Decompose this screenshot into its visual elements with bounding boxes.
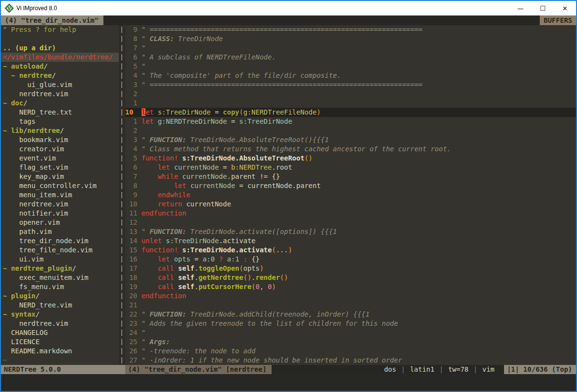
tree-item[interactable]: tree_dir_node.vim <box>1 236 119 246</box>
code-line[interactable]: 24" <box>125 328 576 337</box>
tree-item[interactable]: bookmark.vim <box>1 135 119 145</box>
line-number: 20 <box>125 291 137 301</box>
tree-item[interactable]: " Press ? for help <box>1 25 119 34</box>
tab-line: (4) "tree_dir_node.vim" BUFFERS <box>1 15 576 25</box>
statusline-filename: (4) "tree_dir_node.vim" [nerdtree] <box>125 365 272 374</box>
code-line[interactable]: 4" The 'composite' part of the file/dir … <box>125 71 576 80</box>
window-title: Vi IMproved 8.0 <box>16 5 509 12</box>
tree-item[interactable]: README.markdown <box>1 347 119 356</box>
code-line[interactable]: 1let g:NERDTreeDirNode = s:TreeDirNode <box>125 117 576 126</box>
tree-item[interactable] <box>1 34 119 44</box>
line-number: 12 <box>125 218 137 227</box>
code-line[interactable]: 25" Args: <box>125 337 576 347</box>
statusline-info: dos | latin1 | tw=78 | vim <box>384 365 505 374</box>
code-line[interactable]: 11endfunction <box>125 209 576 218</box>
title-bar: Vi IMproved 8.0 — ☐ ✕ <box>1 1 576 15</box>
line-number: 7 <box>125 172 137 181</box>
code-line[interactable]: 9 endwhile <box>125 190 576 200</box>
statusline-separator: | <box>469 365 482 374</box>
tree-item[interactable]: nerdtree.vim <box>1 200 119 209</box>
status-line: NERDTree 5.0.0 (4) "tree_dir_node.vim" [… <box>1 365 576 374</box>
statusline-separator: | <box>435 365 447 374</box>
line-number: 10 <box>125 200 137 209</box>
tree-item[interactable]: event.vim <box>1 154 119 163</box>
line-number: 19 <box>125 282 137 291</box>
code-line[interactable]: 3" =====================================… <box>125 80 576 89</box>
code-line[interactable]: 19 call self.putCursorHere(0, 0) <box>125 282 576 291</box>
tree-item[interactable]: ~ <box>1 356 119 365</box>
tree-item[interactable]: creator.vim <box>1 145 119 154</box>
tree-item[interactable]: ui.vim <box>1 255 119 264</box>
code-line[interactable]: 27" -inOrder: 1 if the new node should b… <box>125 356 576 365</box>
tree-item[interactable]: ~ nerdtree/ <box>1 71 119 80</box>
tree-item[interactable]: NERD_tree.vim <box>1 301 119 310</box>
minimize-button[interactable]: — <box>509 1 532 15</box>
tree-item[interactable]: ~ lib/nerdtree/ <box>1 126 119 135</box>
code-line[interactable]: 9" =====================================… <box>125 25 576 34</box>
line-number: 4 <box>125 145 137 154</box>
code-line[interactable]: 1 <box>125 99 576 108</box>
maximize-button[interactable]: ☐ <box>532 1 554 15</box>
code-line[interactable]: 8 let currentNode = currentNode.parent <box>125 181 576 190</box>
code-line[interactable]: 4" Class method that returns the highest… <box>125 145 576 154</box>
code-line[interactable]: 8" CLASS: TreeDirNode <box>125 34 576 44</box>
tree-item[interactable]: ~ autoload/ <box>1 62 119 71</box>
tree-item[interactable]: exec_menuitem.vim <box>1 273 119 282</box>
statusline-gap <box>495 365 504 374</box>
tree-item[interactable]: key_map.vim <box>1 172 119 181</box>
code-line-cursor[interactable]: 10let s:TreeDirNode = copy(g:NERDTreeFil… <box>125 108 576 117</box>
line-number: 27 <box>125 356 137 365</box>
code-line[interactable]: 6" A subclass of NERDTreeFileNode. <box>125 53 576 62</box>
line-number: 4 <box>125 71 137 80</box>
tree-item[interactable]: tags <box>1 117 119 126</box>
tree-item[interactable]: nerdtree.vim <box>1 89 119 99</box>
tree-item[interactable]: nerdtree.vim <box>1 319 119 328</box>
tree-item[interactable]: menu_controller.vim <box>1 181 119 190</box>
tree-item[interactable]: tree_file_node.vim <box>1 246 119 255</box>
code-line[interactable]: 21 <box>125 301 576 310</box>
tree-root-item[interactable]: </vimfiles/bundle/nerdtree/ <box>1 53 119 62</box>
tab-tree-dir-node[interactable]: (4) "tree_dir_node.vim" <box>1 15 103 25</box>
code-line[interactable]: 17 call self.toggleOpen(opts) <box>125 264 576 273</box>
code-line[interactable]: 20endfunction <box>125 291 576 301</box>
close-button[interactable]: ✕ <box>554 1 576 15</box>
tree-item[interactable]: ~ plugin/ <box>1 291 119 301</box>
code-line[interactable]: 26" -treenode: the node to add <box>125 347 576 356</box>
tree-item[interactable]: ui_glue.vim <box>1 80 119 89</box>
code-line[interactable]: 2 <box>125 89 576 99</box>
code-line[interactable]: 13" FUNCTION: TreeDirNode.activate([opti… <box>125 227 576 236</box>
tree-item[interactable]: ~ nerdtree_plugin/ <box>1 264 119 273</box>
code-line[interactable]: 10 return currentNode <box>125 200 576 209</box>
code-line[interactable]: 12 <box>125 218 576 227</box>
code-line[interactable]: 7" <box>125 44 576 53</box>
tree-item[interactable]: .. (up a dir) <box>1 44 119 53</box>
command-line[interactable] <box>1 374 576 391</box>
code-line[interactable]: 16 let opts = a:0 ? a:1 : {} <box>125 255 576 264</box>
tree-item[interactable]: ~ syntax/ <box>1 310 119 319</box>
line-number: 22 <box>125 310 137 319</box>
tree-item[interactable]: notifier.vim <box>1 209 119 218</box>
code-line[interactable]: 18 call self.getNerdtree().render() <box>125 273 576 282</box>
tree-item[interactable]: NERD_tree.txt <box>1 108 119 117</box>
window-split-separator[interactable] <box>119 25 125 365</box>
code-line[interactable]: 6 let currentNode = b:NERDTree.root <box>125 163 576 172</box>
tree-item[interactable]: path.vim <box>1 227 119 236</box>
tree-item[interactable]: opener.vim <box>1 218 119 227</box>
buffers-label[interactable]: BUFFERS <box>540 15 576 25</box>
code-line[interactable]: 14unlet s:TreeDirNode.activate <box>125 236 576 246</box>
code-line[interactable]: 2 <box>125 126 576 135</box>
code-line[interactable]: 23" Adds the given treenode to the list … <box>125 319 576 328</box>
code-line[interactable]: 22" FUNCTION: TreeDirNode.addChild(treen… <box>125 310 576 319</box>
code-line[interactable]: 5function! s:TreeDirNode.AbsoluteTreeRoo… <box>125 154 576 163</box>
tree-item[interactable]: flag_set.vim <box>1 163 119 172</box>
vim-icon <box>5 4 14 13</box>
code-line[interactable]: 3" FUNCTION: TreeDirNode.AbsoluteTreeRoo… <box>125 135 576 145</box>
tree-item[interactable]: ~ doc/ <box>1 99 119 108</box>
tree-item[interactable]: menu_item.vim <box>1 190 119 200</box>
code-line[interactable]: 7 while currentNode.parent != {} <box>125 172 576 181</box>
code-line[interactable]: 15function! s:TreeDirNode.activate(...) <box>125 246 576 255</box>
code-line[interactable]: 5" <box>125 62 576 71</box>
tree-item[interactable]: CHANGELOG <box>1 328 119 337</box>
tree-item[interactable]: LICENCE <box>1 337 119 347</box>
tree-item[interactable]: fs_menu.vim <box>1 282 119 291</box>
